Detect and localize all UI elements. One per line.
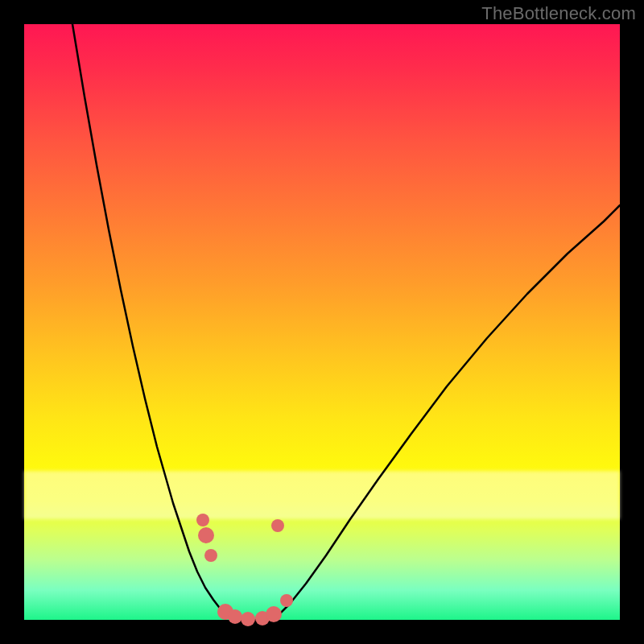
marker-point xyxy=(280,594,293,607)
chart-frame: TheBottleneck.com xyxy=(0,0,644,644)
marker-point xyxy=(266,606,282,622)
marker-point xyxy=(204,549,217,562)
marker-point xyxy=(241,612,255,626)
watermark-text: TheBottleneck.com xyxy=(481,3,636,24)
marker-point xyxy=(228,609,242,624)
marker-point xyxy=(271,519,284,532)
bottleneck-curve xyxy=(72,24,620,620)
marker-group xyxy=(196,514,293,626)
marker-point xyxy=(196,514,209,526)
plot-area xyxy=(24,24,620,620)
curve-path xyxy=(72,24,620,620)
marker-point xyxy=(198,527,214,543)
curve-layer xyxy=(24,24,620,620)
